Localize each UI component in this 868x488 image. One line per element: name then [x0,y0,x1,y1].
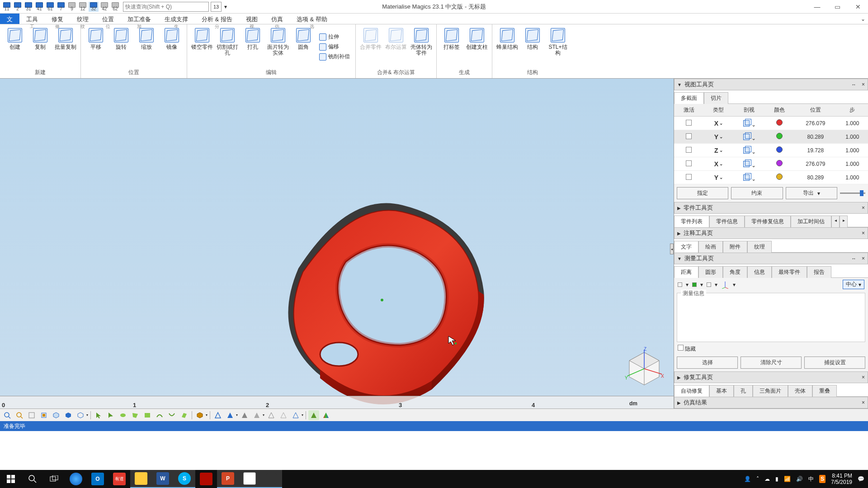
btn-stlstructure[interactable]: STL+结构 [547,26,569,68]
btn-honeycomb[interactable]: 蜂巢结构 [496,26,519,68]
fit-part-icon[interactable] [38,410,49,420]
pin-icon[interactable]: ↔ [851,82,856,87]
select-poly-icon[interactable] [130,410,141,420]
btn-fillet[interactable]: 圆角 [292,26,315,68]
qat-item[interactable]: 42 [99,2,109,12]
tab-distance[interactable]: 距离 [674,266,698,278]
btn-select[interactable]: 选择 [677,357,738,369]
btn-constrain[interactable]: 约束 [731,187,783,199]
btn-mirror[interactable]: 镜像 [160,26,183,68]
notifications-icon[interactable]: 💬 [858,476,864,482]
btn-offset[interactable]: 偏移 [317,42,352,52]
btn-pillar[interactable]: 创建支柱 [466,26,488,68]
tab-texture2[interactable]: 纹理 [747,241,772,253]
ime-icon[interactable]: 中 [808,475,814,483]
orientation-gizmo[interactable]: Z X Y [624,347,665,388]
cube-icon[interactable] [742,145,751,154]
tab-multisection[interactable]: 多截面 [674,92,704,104]
onedrive-icon[interactable]: ☁ [764,476,770,482]
checkbox[interactable] [686,133,692,139]
powerpoint-icon[interactable]: P [217,470,239,488]
btn-copy[interactable]: 复制 [29,26,52,68]
tab-repair[interactable]: 修复修 [45,14,70,24]
word-icon[interactable]: W [152,470,174,488]
quick-search-input[interactable] [123,2,209,12]
checkbox[interactable] [686,174,692,180]
tab-prep[interactable]: 加工准备加 [121,14,158,24]
btn-create[interactable]: 创建 [4,26,26,68]
panel-measure[interactable]: ▼ 测量工具页 ↔ × [674,253,868,264]
panel-simresult[interactable]: ▶ 仿真结果 × [674,397,868,408]
magics-icon[interactable] [239,470,260,488]
checkbox[interactable] [686,147,692,153]
select-arrow-icon[interactable] [93,410,104,420]
tab-text[interactable]: 文字 [674,241,698,253]
select-curve-icon[interactable] [154,410,165,420]
btn-surface2solid[interactable]: 面片转为实体 [267,26,289,68]
tri-rainbow-icon[interactable] [321,410,331,420]
tab-scroll-left[interactable]: ◂ [831,216,840,227]
cube-icon[interactable] [742,173,751,181]
checkbox[interactable] [686,120,692,126]
search-button[interactable] [22,470,43,488]
btn-extrude[interactable]: 拉伸 [317,33,352,42]
color-dot[interactable] [776,133,783,139]
qat-item[interactable]: 12 [78,2,88,12]
tab-info[interactable]: 信息 [747,266,772,278]
opacity-slider[interactable] [840,187,865,199]
btn-structure[interactable]: 结构 [521,26,544,68]
tab-texture[interactable]: 纹理纹 [70,14,95,24]
iso-view-icon[interactable] [51,410,61,420]
close-icon[interactable]: × [862,81,865,88]
wifi-icon[interactable]: 📶 [784,476,791,482]
btn-cut[interactable]: 切割或打孔 [216,26,239,68]
qat-item[interactable]: 32 [89,2,99,12]
panel-annotation[interactable]: ▶ 注释工具页 × [674,227,868,239]
table-row[interactable]: X⌄⌄276.0791.000 [674,157,868,171]
select-rect-icon[interactable] [142,410,153,420]
panel-repair[interactable]: ▶ 修复工具页 × [674,371,868,383]
close-icon[interactable]: × [862,205,865,211]
tab-tools[interactable]: 工具工 [19,14,45,24]
tab-angle[interactable]: 角度 [723,266,747,278]
tab-circle[interactable]: 圆形 [698,266,723,278]
tab-partlist[interactable]: 零件列表 [674,216,709,227]
color-dot[interactable] [776,174,783,180]
panel-view-tools[interactable]: ▼ 视图工具页 ↔ × [674,79,868,90]
color-dot[interactable] [776,119,783,126]
btn-clear[interactable]: 清除尺寸 [741,357,802,369]
people-icon[interactable]: 👤 [744,476,751,482]
table-row[interactable]: Y⌄⌄80.2891.000 [674,171,868,184]
tri-blue-icon[interactable] [212,410,223,420]
close-icon[interactable]: × [862,255,865,262]
tab-position[interactable]: 位置位 [95,14,121,24]
qat-item[interactable]: 31 [24,2,33,12]
snap-point[interactable] [678,282,682,287]
explorer-icon[interactable] [130,470,152,488]
close-button[interactable]: ✕ [848,0,868,14]
tab-support[interactable]: 生成支撑生 [158,14,195,24]
tab-triangle[interactable]: 三角面片 [753,385,788,397]
maximize-button[interactable]: ▭ [827,0,848,14]
panel-part-tools[interactable]: ▶ 零件工具页 × [674,202,868,214]
btn-specify[interactable]: 指定 [677,187,728,199]
zoom-select-icon[interactable] [2,410,13,420]
tab-partinfo[interactable]: 零件信息 [709,216,745,227]
tab-basic[interactable]: 基本 [709,385,734,397]
btn-batchcopy[interactable]: 批量复制 [54,26,77,68]
table-row[interactable]: X⌄⌄276.0791.000 [674,117,868,130]
cube-icon[interactable] [742,159,751,167]
tab-partrepair[interactable]: 零件修复信息 [745,216,791,227]
qat-item[interactable]: 2 [13,2,23,12]
btn-translate[interactable]: 平移 [85,26,107,68]
tray-expand-icon[interactable]: ˄ [756,476,759,482]
qat-item[interactable]: 61 [45,2,55,12]
tab-final[interactable]: 最终零件 [772,266,807,278]
tab-report[interactable]: 报告 [807,266,831,278]
close-icon[interactable]: × [862,230,865,236]
color-dot[interactable] [776,146,783,153]
btn-hollow[interactable]: 镂空零件 [191,26,213,68]
tab-overlap[interactable]: 重叠 [812,385,837,397]
tab-draw[interactable]: 绘画 [698,241,723,253]
btn-snap[interactable]: 捕捉设置 [804,357,865,369]
